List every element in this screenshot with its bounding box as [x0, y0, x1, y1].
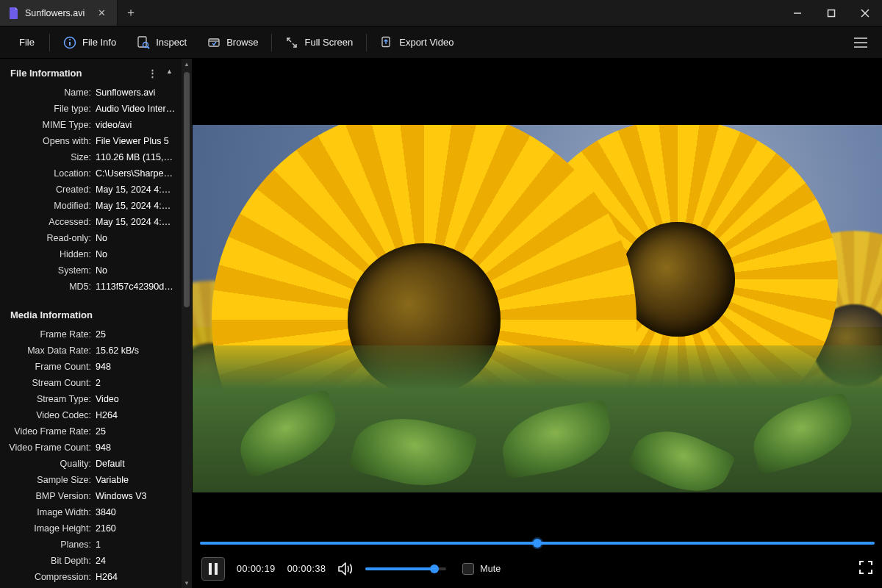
info-value: May 15, 2024 4:43 PM	[94, 215, 176, 229]
info-row: File type:Audio Video Interleave Fil...	[0, 101, 182, 117]
file-info-rows: Name:Sunflowers.aviFile type:Audio Video…	[0, 85, 182, 295]
scroll-thumb[interactable]	[184, 72, 190, 307]
full-screen-button[interactable]: Full Screen	[275, 32, 363, 54]
info-row: Name:Sunflowers.avi	[0, 85, 182, 101]
expand-button[interactable]	[858, 560, 873, 578]
tab-title: Sunflowers.avi	[25, 8, 89, 18]
inspect-icon	[137, 36, 150, 49]
tab-close-button[interactable]: ✕	[95, 7, 108, 18]
info-row: Stream Count:2	[0, 375, 182, 391]
info-row: Hidden:No	[0, 246, 182, 262]
sidebar: File Information ⋮ ▲ Name:Sunflowers.avi…	[0, 59, 193, 588]
info-value: File Viewer Plus 5	[94, 135, 176, 148]
info-key: Opens with:	[0, 135, 94, 148]
scroll-down-icon[interactable]: ▼	[182, 578, 192, 588]
info-value: 3840	[94, 506, 176, 519]
info-key: MD5:	[0, 280, 94, 293]
file-info-button[interactable]: File Info	[53, 32, 126, 54]
info-key: Video Frame Count:	[0, 441, 94, 454]
time-current: 00:00:19	[237, 564, 276, 574]
window-controls	[781, 0, 882, 26]
browse-button[interactable]: Browse	[197, 32, 268, 54]
volume-icon[interactable]	[337, 561, 354, 577]
video-frame	[193, 125, 882, 492]
info-value: 25	[94, 328, 176, 341]
info-key: Modified:	[0, 199, 94, 212]
info-value: Windows V3	[94, 490, 176, 503]
info-key: Location:	[0, 167, 94, 180]
info-value: May 15, 2024 4:39 PM	[94, 199, 176, 212]
info-value: 25	[94, 425, 176, 438]
video-viewport[interactable]	[193, 59, 882, 537]
svg-line-9	[148, 46, 150, 49]
expand-icon	[858, 560, 873, 575]
menu-button[interactable]	[847, 29, 875, 57]
mute-checkbox[interactable]	[462, 563, 474, 575]
info-row: MIME Type:video/avi	[0, 117, 182, 133]
toolbar: File File Info Inspect Browse Full Scree…	[0, 26, 882, 59]
info-key: Video Codec:	[0, 409, 94, 422]
info-key: System:	[0, 264, 94, 277]
info-row: Bit Depth:24	[0, 553, 182, 569]
volume-slider[interactable]	[365, 567, 446, 570]
info-value: 948	[94, 441, 176, 454]
info-value: 948	[94, 360, 176, 373]
info-value: No	[94, 232, 176, 245]
info-value: No	[94, 248, 176, 261]
seek-thumb[interactable]	[533, 539, 542, 548]
titlebar: Sunflowers.avi ✕ ＋	[0, 0, 882, 26]
info-value: Sunflowers.avi	[94, 86, 176, 99]
info-key: Frame Count:	[0, 360, 94, 373]
new-tab-button[interactable]: ＋	[118, 0, 144, 26]
info-row: Max Data Rate:15.62 kB/s	[0, 343, 182, 359]
info-key: Hidden:	[0, 248, 94, 261]
close-window-button[interactable]	[848, 0, 882, 26]
section-collapse-icon[interactable]: ▲	[166, 68, 173, 79]
info-row: Video Frame Rate:25	[0, 423, 182, 440]
info-row: Opens with:File Viewer Plus 5	[0, 133, 182, 149]
info-value: 24	[94, 554, 176, 567]
info-key: Image Height:	[0, 522, 94, 535]
info-value: Default	[94, 457, 176, 470]
info-key: Size:	[0, 151, 94, 164]
media-info-rows: Frame Rate:25Max Data Rate:15.62 kB/sFra…	[0, 326, 182, 588]
file-menu[interactable]: File	[7, 32, 46, 52]
export-video-button[interactable]: Export Video	[370, 32, 464, 54]
info-row: Location:C:\Users\SharpenedProdu...	[0, 165, 182, 182]
info-row: Created:May 15, 2024 4:40 PM	[0, 182, 182, 198]
info-key: Bit Depth:	[0, 554, 94, 567]
info-row: Sample Size:Variable	[0, 472, 182, 488]
player-controls: 00:00:19 00:00:38 Mute	[193, 550, 882, 588]
minimize-button[interactable]	[781, 0, 814, 26]
scroll-up-icon[interactable]: ▲	[182, 59, 192, 69]
volume-thumb[interactable]	[430, 564, 439, 573]
info-row: Quality:Default	[0, 456, 182, 472]
info-value: May 15, 2024 4:40 PM	[94, 183, 176, 196]
sidebar-content[interactable]: File Information ⋮ ▲ Name:Sunflowers.avi…	[0, 59, 182, 588]
info-row: Planes:1	[0, 537, 182, 553]
info-row: Image Width:3840	[0, 504, 182, 520]
info-value: video/avi	[94, 118, 176, 132]
info-key: Planes:	[0, 538, 94, 551]
info-key: BMP Version:	[0, 490, 94, 503]
info-row: Size:110.26 MB (115,618,362 by...	[0, 149, 182, 165]
info-row: Compression:H264	[0, 569, 182, 585]
info-key: Created:	[0, 183, 94, 196]
section-menu-icon[interactable]: ⋮	[148, 68, 157, 79]
info-value: C:\Users\SharpenedProdu...	[94, 167, 176, 180]
info-key: Sample Size:	[0, 473, 94, 487]
maximize-button[interactable]	[814, 0, 848, 26]
info-row: Modified:May 15, 2024 4:39 PM	[0, 198, 182, 214]
pause-icon	[208, 563, 218, 575]
sidebar-scrollbar[interactable]: ▲ ▼	[182, 59, 192, 588]
video-panel: 00:00:19 00:00:38 Mute	[193, 59, 882, 588]
info-key: Accessed:	[0, 215, 94, 229]
pause-button[interactable]	[201, 557, 225, 581]
inspect-button[interactable]: Inspect	[126, 32, 197, 54]
svg-rect-1	[828, 10, 835, 16]
info-row: Video Frame Count:948	[0, 440, 182, 456]
info-key: Image Width:	[0, 506, 94, 519]
seek-bar[interactable]	[193, 537, 882, 550]
tab[interactable]: Sunflowers.avi ✕	[0, 0, 118, 26]
info-row: Frame Rate:25	[0, 326, 182, 343]
